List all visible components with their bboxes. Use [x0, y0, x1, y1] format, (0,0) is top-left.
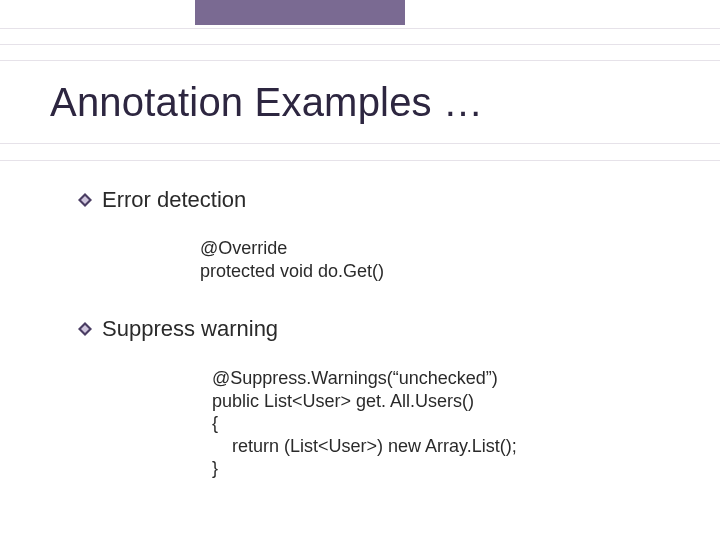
header-accent-block: [195, 0, 405, 25]
diamond-bullet-icon: [78, 322, 92, 336]
bullet-error-detection: Error detection: [78, 187, 246, 213]
bullet-label: Suppress warning: [102, 316, 278, 342]
bullet-suppress-warning: Suppress warning: [78, 316, 278, 342]
code-suppress-warning: @Suppress.Warnings(“unchecked”) public L…: [212, 367, 517, 480]
code-error-detection: @Override protected void do.Get(): [200, 237, 384, 282]
slide-title: Annotation Examples …: [50, 80, 483, 125]
diamond-bullet-icon: [78, 193, 92, 207]
bullet-label: Error detection: [102, 187, 246, 213]
